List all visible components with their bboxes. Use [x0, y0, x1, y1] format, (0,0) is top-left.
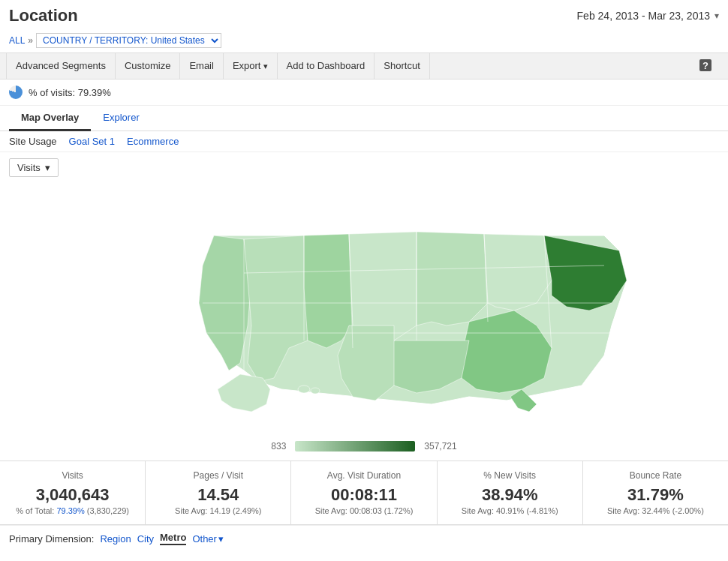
customize-button[interactable]: Customize — [116, 52, 180, 80]
metric-bounce-sub: Site Avg: 32.44% (-2.00%) — [595, 506, 716, 515]
dim-metro[interactable]: Metro — [160, 532, 186, 545]
metric-bounce-value: 31.79% — [595, 485, 716, 505]
legend-min: 833 — [271, 441, 286, 452]
export-button[interactable]: Export — [224, 52, 278, 80]
metrics-row: Visits 3,040,643 % of Total: 79.39% (3,8… — [0, 460, 728, 525]
email-button[interactable]: Email — [180, 52, 224, 80]
primary-dimension: Primary Dimension: Region City Metro Oth… — [0, 525, 728, 551]
metric-pages-visit: Pages / Visit 14.54 Site Avg: 14.19 (2.4… — [146, 461, 291, 524]
breadcrumb-separator: » — [28, 35, 33, 46]
dim-region[interactable]: Region — [100, 533, 131, 544]
tab-explorer[interactable]: Explorer — [91, 106, 151, 131]
metric-avg-duration: Avg. Visit Duration 00:08:11 Site Avg: 0… — [291, 461, 437, 524]
metric-new-sub: Site Avg: 40.91% (-4.81%) — [450, 506, 570, 515]
svg-point-2 — [298, 386, 310, 393]
primary-dim-label: Primary Dimension: — [9, 533, 94, 544]
metric-dropdown[interactable]: Visits ▾ — [9, 158, 59, 177]
shortcut-button[interactable]: Shortcut — [375, 52, 429, 80]
breadcrumb-all[interactable]: ALL — [9, 35, 25, 46]
map-legend: 833 357,721 — [0, 438, 728, 460]
metric-row: Visits ▾ — [0, 152, 728, 183]
metric-bounce-label: Bounce Rate — [595, 470, 716, 481]
pie-chart-icon — [9, 86, 23, 99]
metric-new-label: % New Visits — [450, 470, 570, 481]
metric-pages-value: 14.54 — [158, 485, 278, 505]
dim-other-dropdown[interactable]: Other ▾ — [192, 533, 224, 544]
metric-pages-sub: Site Avg: 14.19 (2.49%) — [158, 506, 278, 515]
metric-new-value: 38.94% — [450, 485, 570, 505]
advanced-segments-button[interactable]: Advanced Segments — [6, 52, 116, 80]
metric-visits-sub: % of Total: 79.39% (3,830,229) — [12, 506, 133, 515]
page-title: Location — [9, 6, 78, 26]
main-tabs: Map Overlay Explorer — [0, 106, 728, 131]
metric-duration-sub: Site Avg: 00:08:03 (1.72%) — [303, 506, 424, 515]
metric-dropdown-label: Visits — [17, 162, 41, 173]
dim-city[interactable]: City — [137, 533, 154, 544]
metric-duration-value: 00:08:11 — [303, 485, 424, 505]
metric-dropdown-icon: ▾ — [45, 162, 50, 173]
metric-duration-label: Avg. Visit Duration — [303, 470, 424, 481]
page-header: Location Feb 24, 2013 - Mar 23, 2013 ▾ — [0, 0, 728, 32]
toolbar: Advanced Segments Customize Email Export… — [0, 52, 728, 80]
dim-other-label: Other — [192, 533, 217, 544]
map-container — [0, 183, 728, 438]
metric-visits: Visits 3,040,643 % of Total: 79.39% (3,8… — [0, 461, 146, 524]
metric-pages-label: Pages / Visit — [158, 470, 278, 481]
help-icon: ? — [689, 58, 722, 75]
tab-map-overlay[interactable]: Map Overlay — [9, 106, 91, 131]
metric-visits-label: Visits — [12, 470, 133, 481]
svg-point-3 — [311, 388, 320, 394]
legend-gradient-bar — [295, 441, 415, 452]
date-range-text: Feb 24, 2013 - Mar 23, 2013 — [577, 10, 710, 22]
sub-tab-goal-set[interactable]: Goal Set 1 — [69, 136, 115, 147]
breadcrumb: ALL » COUNTRY / TERRITORY: United States — [0, 32, 728, 52]
stats-bar: % of visits: 79.39% — [0, 80, 728, 106]
sub-tabs: Site Usage Goal Set 1 Ecommerce — [0, 131, 728, 152]
stats-percentage: % of visits: 79.39% — [29, 87, 111, 98]
metric-visits-value: 3,040,643 — [12, 485, 133, 505]
svg-text:?: ? — [702, 60, 708, 71]
date-range[interactable]: Feb 24, 2013 - Mar 23, 2013 ▾ — [577, 10, 719, 22]
add-to-dashboard-button[interactable]: Add to Dashboard — [278, 52, 375, 80]
metric-bounce-rate: Bounce Rate 31.79% Site Avg: 32.44% (-2.… — [583, 461, 728, 524]
metric-new-visits: % New Visits 38.94% Site Avg: 40.91% (-4… — [438, 461, 583, 524]
legend-max: 357,721 — [424, 441, 456, 452]
date-range-dropdown-icon[interactable]: ▾ — [714, 10, 719, 21]
breadcrumb-filter[interactable]: COUNTRY / TERRITORY: United States — [36, 33, 221, 48]
dim-other-dropdown-icon: ▾ — [218, 533, 224, 544]
sub-tab-ecommerce[interactable]: Ecommerce — [127, 136, 179, 147]
sub-tab-site-usage[interactable]: Site Usage — [9, 136, 57, 147]
us-map[interactable] — [94, 190, 634, 430]
